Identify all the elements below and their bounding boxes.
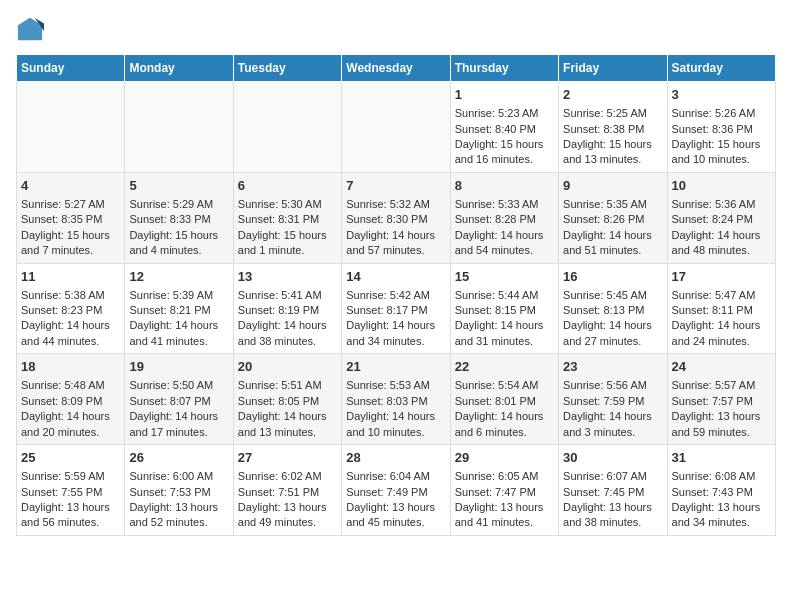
calendar-cell — [233, 82, 341, 173]
day-info: Daylight: 15 hours — [455, 137, 554, 152]
calendar-cell: 9Sunrise: 5:35 AMSunset: 8:26 PMDaylight… — [559, 172, 667, 263]
calendar-cell: 31Sunrise: 6:08 AMSunset: 7:43 PMDayligh… — [667, 445, 775, 536]
calendar-cell: 27Sunrise: 6:02 AMSunset: 7:51 PMDayligh… — [233, 445, 341, 536]
day-info: and 4 minutes. — [129, 243, 228, 258]
day-info: Sunrise: 5:23 AM — [455, 106, 554, 121]
day-info: Daylight: 14 hours — [21, 318, 120, 333]
day-number: 12 — [129, 268, 228, 286]
calendar-cell — [125, 82, 233, 173]
day-number: 5 — [129, 177, 228, 195]
day-number: 8 — [455, 177, 554, 195]
day-info: Daylight: 15 hours — [672, 137, 771, 152]
day-info: Sunrise: 6:02 AM — [238, 469, 337, 484]
day-info: and 41 minutes. — [455, 515, 554, 530]
calendar-cell: 24Sunrise: 5:57 AMSunset: 7:57 PMDayligh… — [667, 354, 775, 445]
day-info: Sunrise: 5:30 AM — [238, 197, 337, 212]
calendar-cell: 6Sunrise: 5:30 AMSunset: 8:31 PMDaylight… — [233, 172, 341, 263]
day-info: and 51 minutes. — [563, 243, 662, 258]
day-number: 20 — [238, 358, 337, 376]
day-info: Sunset: 8:21 PM — [129, 303, 228, 318]
day-number: 28 — [346, 449, 445, 467]
day-number: 18 — [21, 358, 120, 376]
day-info: Sunset: 8:33 PM — [129, 212, 228, 227]
calendar-cell: 15Sunrise: 5:44 AMSunset: 8:15 PMDayligh… — [450, 263, 558, 354]
calendar-cell: 19Sunrise: 5:50 AMSunset: 8:07 PMDayligh… — [125, 354, 233, 445]
day-info: and 59 minutes. — [672, 425, 771, 440]
day-number: 21 — [346, 358, 445, 376]
day-number: 9 — [563, 177, 662, 195]
header-row: SundayMondayTuesdayWednesdayThursdayFrid… — [17, 55, 776, 82]
day-info: Daylight: 13 hours — [455, 500, 554, 515]
day-info: Sunset: 7:47 PM — [455, 485, 554, 500]
day-info: Daylight: 14 hours — [672, 228, 771, 243]
day-info: Sunset: 7:57 PM — [672, 394, 771, 409]
day-info: Sunset: 8:01 PM — [455, 394, 554, 409]
day-info: Sunrise: 5:36 AM — [672, 197, 771, 212]
calendar-row: 4Sunrise: 5:27 AMSunset: 8:35 PMDaylight… — [17, 172, 776, 263]
day-info: Sunrise: 6:05 AM — [455, 469, 554, 484]
day-info: Sunset: 8:15 PM — [455, 303, 554, 318]
day-number: 13 — [238, 268, 337, 286]
day-info: and 44 minutes. — [21, 334, 120, 349]
header-day: Monday — [125, 55, 233, 82]
day-info: Daylight: 14 hours — [21, 409, 120, 424]
day-number: 7 — [346, 177, 445, 195]
day-info: Sunrise: 5:26 AM — [672, 106, 771, 121]
day-number: 6 — [238, 177, 337, 195]
day-info: Sunrise: 5:42 AM — [346, 288, 445, 303]
day-number: 3 — [672, 86, 771, 104]
calendar-cell: 21Sunrise: 5:53 AMSunset: 8:03 PMDayligh… — [342, 354, 450, 445]
day-number: 15 — [455, 268, 554, 286]
day-info: Sunset: 8:07 PM — [129, 394, 228, 409]
calendar-cell: 30Sunrise: 6:07 AMSunset: 7:45 PMDayligh… — [559, 445, 667, 536]
day-info: Daylight: 14 hours — [346, 318, 445, 333]
day-info: Sunrise: 5:35 AM — [563, 197, 662, 212]
day-info: Daylight: 14 hours — [563, 409, 662, 424]
calendar-cell: 22Sunrise: 5:54 AMSunset: 8:01 PMDayligh… — [450, 354, 558, 445]
day-info: and 24 minutes. — [672, 334, 771, 349]
day-number: 11 — [21, 268, 120, 286]
logo — [16, 16, 48, 44]
day-info: Sunrise: 5:29 AM — [129, 197, 228, 212]
calendar-cell — [342, 82, 450, 173]
day-number: 14 — [346, 268, 445, 286]
header-day: Wednesday — [342, 55, 450, 82]
day-info: and 48 minutes. — [672, 243, 771, 258]
day-info: Daylight: 14 hours — [129, 318, 228, 333]
calendar-cell: 5Sunrise: 5:29 AMSunset: 8:33 PMDaylight… — [125, 172, 233, 263]
day-info: and 54 minutes. — [455, 243, 554, 258]
day-number: 2 — [563, 86, 662, 104]
day-info: and 7 minutes. — [21, 243, 120, 258]
day-info: Sunset: 7:51 PM — [238, 485, 337, 500]
day-info: and 56 minutes. — [21, 515, 120, 530]
day-info: and 13 minutes. — [563, 152, 662, 167]
day-info: Daylight: 14 hours — [455, 228, 554, 243]
calendar-cell: 11Sunrise: 5:38 AMSunset: 8:23 PMDayligh… — [17, 263, 125, 354]
calendar-row: 11Sunrise: 5:38 AMSunset: 8:23 PMDayligh… — [17, 263, 776, 354]
day-number: 19 — [129, 358, 228, 376]
day-info: Sunset: 7:43 PM — [672, 485, 771, 500]
day-info: and 34 minutes. — [346, 334, 445, 349]
day-info: Sunset: 8:23 PM — [21, 303, 120, 318]
day-info: Sunrise: 5:32 AM — [346, 197, 445, 212]
calendar-cell: 10Sunrise: 5:36 AMSunset: 8:24 PMDayligh… — [667, 172, 775, 263]
day-info: Daylight: 14 hours — [346, 409, 445, 424]
day-info: Sunrise: 5:51 AM — [238, 378, 337, 393]
calendar-cell: 26Sunrise: 6:00 AMSunset: 7:53 PMDayligh… — [125, 445, 233, 536]
day-info: Daylight: 15 hours — [238, 228, 337, 243]
day-number: 24 — [672, 358, 771, 376]
day-info: Daylight: 13 hours — [21, 500, 120, 515]
day-info: Sunrise: 5:53 AM — [346, 378, 445, 393]
page-header — [16, 16, 776, 44]
day-info: Sunrise: 5:47 AM — [672, 288, 771, 303]
day-number: 25 — [21, 449, 120, 467]
day-info: Sunrise: 5:54 AM — [455, 378, 554, 393]
day-info: Sunset: 7:55 PM — [21, 485, 120, 500]
calendar-cell: 18Sunrise: 5:48 AMSunset: 8:09 PMDayligh… — [17, 354, 125, 445]
day-info: and 38 minutes. — [563, 515, 662, 530]
day-info: Daylight: 14 hours — [129, 409, 228, 424]
day-number: 31 — [672, 449, 771, 467]
day-info: Daylight: 13 hours — [672, 500, 771, 515]
day-info: and 10 minutes. — [346, 425, 445, 440]
day-info: Sunrise: 5:44 AM — [455, 288, 554, 303]
